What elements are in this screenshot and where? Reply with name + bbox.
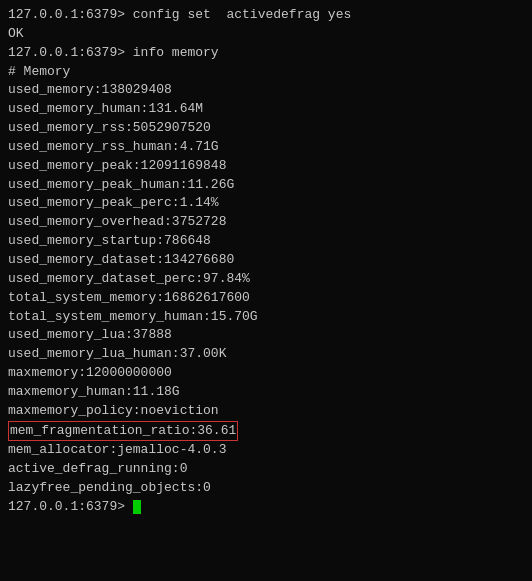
terminal-line-l22: lazyfree_pending_objects:0	[8, 479, 524, 498]
terminal-line-cmd1: 127.0.0.1:6379> config set activedefrag …	[8, 6, 524, 25]
terminal-line-l2: used_memory_human:131.64M	[8, 100, 524, 119]
terminal-line-l16: maxmemory:12000000000	[8, 364, 524, 383]
cursor	[133, 500, 141, 514]
terminal-line-l1: used_memory:138029408	[8, 81, 524, 100]
terminal-line-l5: used_memory_peak:12091169848	[8, 157, 524, 176]
terminal-line-l14: used_memory_lua:37888	[8, 326, 524, 345]
terminal-line-l6: used_memory_peak_human:11.26G	[8, 176, 524, 195]
terminal-line-l15: used_memory_lua_human:37.00K	[8, 345, 524, 364]
terminal-line-l17: maxmemory_human:11.18G	[8, 383, 524, 402]
terminal-line-l10: used_memory_dataset:134276680	[8, 251, 524, 270]
terminal-line-l4: used_memory_rss_human:4.71G	[8, 138, 524, 157]
terminal-line-l13: total_system_memory_human:15.70G	[8, 308, 524, 327]
terminal-line-l18: maxmemory_policy:noeviction	[8, 402, 524, 421]
terminal-line-l21: active_defrag_running:0	[8, 460, 524, 479]
terminal-line-ok1: OK	[8, 25, 524, 44]
terminal-line-l20: mem_allocator:jemalloc-4.0.3	[8, 441, 524, 460]
terminal-window: 127.0.0.1:6379> config set activedefrag …	[0, 0, 532, 581]
terminal-line-cmd2: 127.0.0.1:6379> info memory	[8, 44, 524, 63]
terminal-line-cmd3: 127.0.0.1:6379>	[8, 498, 524, 517]
terminal-line-l3: used_memory_rss:5052907520	[8, 119, 524, 138]
terminal-line-l8: used_memory_overhead:3752728	[8, 213, 524, 232]
terminal-line-l11: used_memory_dataset_perc:97.84%	[8, 270, 524, 289]
terminal-line-l19: mem_fragmentation_ratio:36.61	[8, 421, 524, 442]
terminal-line-section: # Memory	[8, 63, 524, 82]
terminal-line-l12: total_system_memory:16862617600	[8, 289, 524, 308]
terminal-line-l9: used_memory_startup:786648	[8, 232, 524, 251]
terminal-line-l7: used_memory_peak_perc:1.14%	[8, 194, 524, 213]
